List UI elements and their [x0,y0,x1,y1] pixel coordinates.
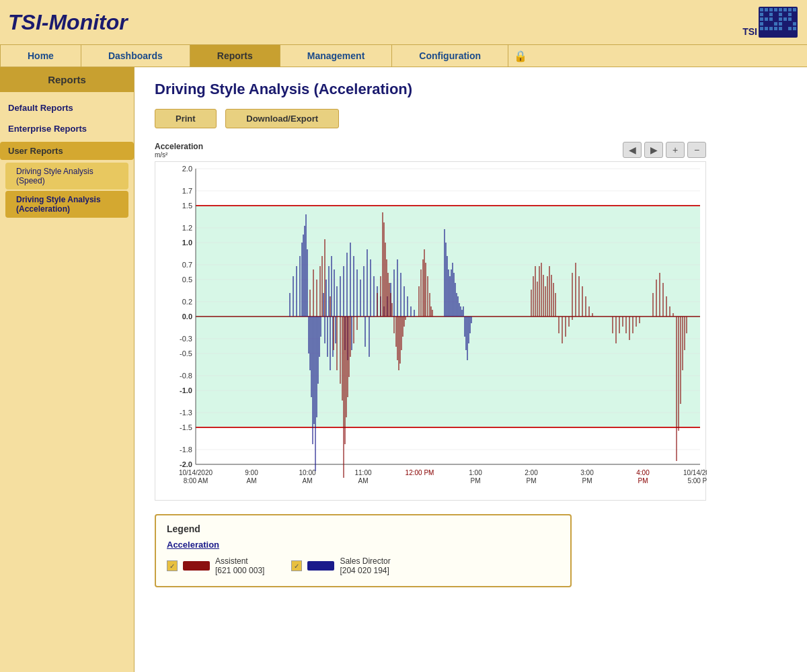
svg-rect-23 [760,27,763,30]
svg-text:12:00 PM: 12:00 PM [406,469,434,476]
svg-text:1.7: 1.7 [182,187,192,195]
svg-rect-0 [759,7,798,38]
svg-rect-18 [788,17,792,21]
legend-section-title: Acceleration [167,540,560,550]
svg-rect-7 [788,8,792,11]
chart-navigation: ◀ ▶ + − [623,142,706,158]
nav-configuration[interactable]: Configuration [392,45,508,67]
nav-dashboards[interactable]: Dashboards [81,45,190,67]
svg-rect-10 [769,13,773,16]
svg-rect-1 [760,8,763,11]
svg-rect-20 [774,22,777,26]
svg-text:10/14/2020: 10/14/2020 [179,469,213,476]
svg-text:1.2: 1.2 [182,224,192,232]
svg-text:5:00 PM: 5:00 PM [687,477,707,485]
sidebar-item-acceleration[interactable]: Driving Style Analysis (Acceleration) [5,191,128,218]
svg-rect-17 [783,17,787,21]
legend-box: Legend Acceleration ✓ Assistent [621 000… [155,514,572,587]
svg-text:-2.0: -2.0 [180,460,192,468]
svg-rect-8 [793,8,796,11]
chart-next-button[interactable]: ▶ [644,142,663,158]
chart-svg-wrapper: 2.0 1.7 1.5 1.2 1.0 0.7 0.5 0.2 0.0 -0.3… [155,161,706,501]
svg-rect-21 [779,22,782,26]
nav-home[interactable]: Home [0,45,81,67]
header: TSI-Monitor TSI [0,0,807,44]
svg-rect-2 [765,8,768,11]
svg-rect-25 [769,27,773,30]
tsi-logo: TSI [718,5,799,39]
legend-item-sales-director: ✓ Sales Director [204 020 194] [291,556,390,575]
svg-rect-4 [774,8,777,11]
svg-text:1.0: 1.0 [182,239,192,247]
legend-item-assistent: ✓ Assistent [621 000 003] [167,556,264,575]
svg-rect-9 [760,13,763,16]
legend-color-sales-director [307,561,334,571]
svg-text:-1.3: -1.3 [180,409,192,417]
legend-check-sales-director[interactable]: ✓ [291,560,302,571]
svg-text:3:00: 3:00 [580,469,594,476]
svg-text:2:00: 2:00 [525,469,538,476]
svg-rect-15 [769,17,773,21]
sidebar-item-speed[interactable]: Driving Style Analysis (Speed) [5,163,128,190]
print-button[interactable]: Print [155,109,217,128]
svg-text:PM: PM [527,477,537,485]
svg-text:-1.5: -1.5 [180,423,192,431]
svg-rect-27 [779,27,782,30]
svg-rect-3 [769,8,773,11]
svg-text:-1.0: -1.0 [180,386,192,394]
chart-prev-button[interactable]: ◀ [623,142,642,158]
legend-title: Legend [167,523,560,534]
sidebar-enterprise-reports[interactable]: Enterprise Reports [0,118,134,139]
svg-text:1:00: 1:00 [469,469,482,476]
legend-items: ✓ Assistent [621 000 003] ✓ Sales Direct… [167,556,560,578]
main-content: Driving Style Analysis (Acceleration) Pr… [134,67,807,672]
svg-rect-6 [783,8,787,11]
layout: Reports Default Reports Enterprise Repor… [0,67,807,672]
svg-rect-28 [788,27,792,30]
legend-label-assistent: Assistent [621 000 003] [215,556,264,575]
svg-rect-14 [765,17,768,21]
svg-text:0.2: 0.2 [182,298,192,306]
svg-text:8:00 AM: 8:00 AM [184,477,208,485]
lock-icon: 🔒 [514,50,527,62]
legend-check-assistent[interactable]: ✓ [167,560,178,571]
svg-text:1.5: 1.5 [182,202,192,210]
svg-text:-1.8: -1.8 [180,446,192,454]
nav-bar: Home Dashboards Reports Management Confi… [0,44,807,67]
nav-reports[interactable]: Reports [190,45,280,67]
action-buttons: Print Download/Export [155,109,787,128]
svg-text:TSI: TSI [742,26,757,37]
svg-rect-11 [779,13,782,16]
svg-text:4:00: 4:00 [636,469,650,476]
svg-rect-13 [760,17,763,21]
svg-rect-16 [779,17,782,21]
sidebar-title: Reports [0,67,134,92]
chart-zoom-in-button[interactable]: + [666,142,685,158]
svg-text:0.0: 0.0 [182,312,192,321]
svg-rect-5 [779,8,782,11]
sidebar-default-reports[interactable]: Default Reports [0,97,134,118]
svg-text:-0.5: -0.5 [180,349,192,358]
svg-text:AM: AM [358,477,369,485]
chart-zoom-out-button[interactable]: − [687,142,706,158]
chart-container: ◀ ▶ + − Acceleration m/s² [155,142,706,501]
svg-text:9:00: 9:00 [245,469,258,476]
svg-text:-0.3: -0.3 [180,335,192,343]
svg-rect-24 [765,27,768,30]
svg-rect-19 [760,22,763,26]
svg-rect-12 [788,13,792,16]
svg-rect-26 [774,27,777,30]
svg-text:PM: PM [582,477,592,485]
download-button[interactable]: Download/Export [225,109,339,128]
legend-color-assistent [183,561,210,571]
svg-text:AM: AM [303,477,313,485]
legend-label-sales-director: Sales Director [204 020 194] [340,556,390,575]
svg-text:AM: AM [247,477,257,485]
sidebar-user-reports-title: User Reports [0,142,134,160]
page-title: Driving Style Analysis (Acceleration) [155,81,787,98]
svg-text:10:00: 10:00 [299,469,315,476]
svg-text:PM: PM [638,477,648,485]
svg-text:-0.8: -0.8 [180,372,192,380]
nav-management[interactable]: Management [280,45,393,67]
svg-text:0.5: 0.5 [182,276,192,284]
